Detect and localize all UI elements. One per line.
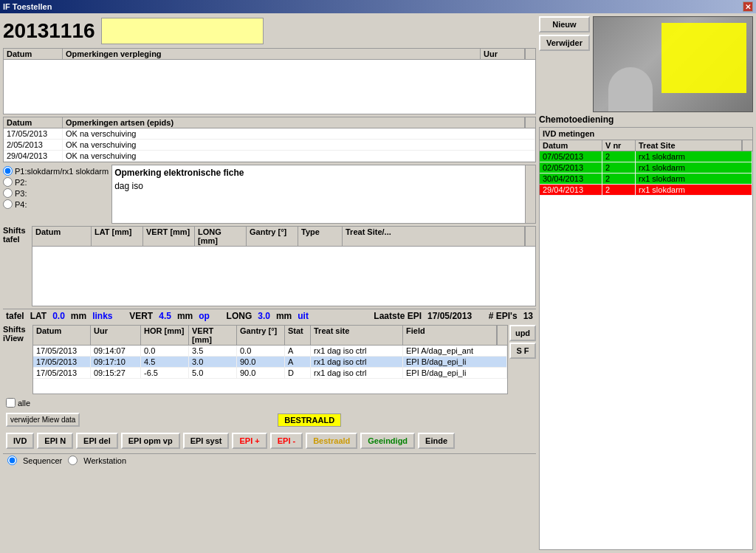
iv-r1-vert: 3.0 — [189, 357, 237, 367]
patient-id: 20131116 — [3, 19, 95, 43]
iv-r1-stat: A — [285, 357, 311, 367]
opmerking-box: Opmerking elektronische fiche dag iso — [111, 165, 536, 224]
scrollbar-vp[interactable] — [525, 49, 535, 59]
scrollbar-shifts[interactable] — [525, 227, 535, 246]
vert-dir: op — [199, 311, 210, 321]
iv-r2-uur: 09:15:27 — [91, 368, 141, 378]
ivd-r2-vnr: 2 — [602, 174, 636, 184]
epi-syst-button[interactable]: EPI syst — [183, 433, 230, 449]
chemo-label: Chemotoediening — [539, 114, 753, 125]
sequencer-radio[interactable] — [7, 456, 17, 465]
iv-r2-gantry: 90.0 — [237, 368, 285, 378]
scrollbar-iview[interactable] — [497, 326, 507, 345]
iv-r0-vert: 3.5 — [189, 346, 237, 356]
long-label: LONG — [227, 311, 252, 321]
photo-overlay — [662, 23, 746, 93]
radio-p4[interactable]: P4: — [3, 199, 109, 209]
sh-lat: LAT [mm] — [92, 227, 143, 246]
ivd-header: Datum V nr Treat Site — [540, 140, 752, 151]
art-datum-2: 29/04/2013 — [4, 151, 63, 161]
nieuw-button[interactable]: Nieuw — [539, 16, 590, 32]
sequencer-bar: Sequencer Werkstation — [3, 453, 536, 467]
ivd-row-2: 30/04/2013 2 rx1 slokdarm — [540, 174, 752, 185]
scrollbar-art[interactable] — [525, 117, 535, 128]
ivd-r0-datum: 07/05/2013 — [540, 151, 602, 162]
ivd-r2-treatsite: rx1 slokdarm — [636, 174, 752, 184]
artsen-header: Datum Opmerkingen artsen (epids) — [4, 117, 535, 128]
epi-del-button[interactable]: EPI del — [76, 433, 118, 449]
epi-opm-vp-button[interactable]: EPI opm vp — [121, 433, 180, 449]
right-buttons: Nieuw Verwijder — [539, 16, 590, 51]
shifts-rows — [32, 247, 535, 306]
iview-empty-rows — [33, 379, 507, 394]
radio-p3[interactable]: P3: — [3, 188, 109, 198]
ivd-title: IVD metingen — [540, 128, 752, 140]
bestraald-button[interactable]: Bestraald — [306, 433, 357, 449]
alle-checkbox-row: alle — [3, 396, 536, 409]
iview-row-2: 17/05/2013 09:15:27 -6.5 5.0 90.0 D rx1 … — [33, 368, 507, 379]
bottom-stats: tafel LAT 0.0 mm links VERT 4.5 mm op LO… — [3, 309, 536, 323]
ivd-r0-treatsite: rx1 slokdarm — [636, 151, 752, 162]
iv-r2-hor: -6.5 — [141, 368, 189, 378]
last-epi-date: 17/05/2013 — [427, 311, 472, 321]
art-opmerking-2: OK na verschuiving — [63, 151, 535, 161]
iv-r2-vert: 5.0 — [189, 368, 237, 378]
iview-table: Datum Uur HOR [mm] VERT [mm] Gantry [°] … — [32, 325, 508, 394]
einde-button[interactable]: Einde — [418, 433, 455, 449]
ivd-r0-vnr: 2 — [602, 151, 636, 162]
iv-r1-hor: 4.5 — [141, 357, 189, 367]
alle-checkbox[interactable] — [6, 398, 16, 408]
lat-dir: links — [92, 311, 112, 321]
artsen-table: Datum Opmerkingen artsen (epids) 17/05/2… — [3, 117, 536, 162]
iv-r2-field: EPI B/dag_epi_li — [403, 368, 507, 378]
iv-field: Field — [403, 326, 497, 345]
scrollbar-opmerking[interactable] — [525, 165, 535, 223]
epi-plus-button[interactable]: EPI + — [232, 433, 267, 449]
ivd-metingen: IVD metingen Datum V nr Treat Site 07/05… — [539, 127, 753, 550]
shifts-header: Datum LAT [mm] VERT [mm] LONG [mm] Gantr… — [32, 227, 535, 247]
epi-n-button[interactable]: EPI N — [37, 433, 73, 449]
sh-datum: Datum — [32, 227, 92, 246]
ivd-r1-treatsite: rx1 slokdarm — [636, 162, 752, 173]
verwijder-mew-button[interactable]: verwijder Miew data — [6, 413, 80, 427]
title-bar-text: IF Toestellen — [3, 2, 52, 11]
iview-row-0: 17/05/2013 09:14:07 0.0 3.5 0.0 A rx1 da… — [33, 346, 507, 357]
col-datum-art: Datum — [4, 117, 63, 128]
col-opmerk-art: Opmerkingen artsen (epids) — [63, 117, 525, 128]
radio-p1-label: P1:slokdarm/rx1 slokdarm — [15, 167, 109, 176]
lat-unit: mm — [71, 311, 86, 321]
upd-button[interactable]: upd — [509, 325, 536, 341]
vert-unit: mm — [177, 311, 193, 321]
werkstation-radio[interactable] — [68, 456, 78, 465]
iv-r1-uur: 09:17:10 — [91, 357, 141, 367]
geeindigd-button[interactable]: Geeindigd — [360, 433, 415, 449]
sh-treatsite: Treat Site/... — [343, 227, 525, 246]
scrollbar-ivd[interactable] — [742, 140, 752, 151]
shifts-tafel-label: Shifts tafel — [3, 226, 29, 244]
iview-row-1: 17/05/2013 09:17:10 4.5 3.0 90.0 A rx1 d… — [33, 357, 507, 368]
iv-r0-treatsite: rx1 dag iso ctrl — [311, 346, 403, 356]
ivd-r1-vnr: 2 — [602, 162, 636, 173]
sh-long: LONG [mm] — [195, 227, 247, 246]
iview-header: Datum Uur HOR [mm] VERT [mm] Gantry [°] … — [33, 326, 507, 346]
iv-r2-stat: D — [285, 368, 311, 378]
ivd-r2-datum: 30/04/2013 — [540, 174, 602, 184]
radio-p2[interactable]: P2: — [3, 177, 109, 187]
close-button[interactable]: ✕ — [743, 1, 753, 12]
artsen-row-1: 2/05/2013 OK na verschuiving — [4, 140, 535, 151]
bestraald-badge: BESTRAALD — [278, 413, 341, 427]
right-top-row: Nieuw Verwijder — [539, 16, 753, 112]
radio-p1[interactable]: P1:slokdarm/rx1 slokdarm — [3, 166, 109, 176]
radio-p4-label: P4: — [15, 200, 27, 209]
sh-vert: VERT [mm] — [143, 227, 195, 246]
iv-r2-treatsite: rx1 dag iso ctrl — [311, 368, 403, 378]
epi-minus-button[interactable]: EPI - — [270, 433, 303, 449]
sf-button[interactable]: S F — [509, 343, 536, 359]
iv-hor: HOR [mm] — [141, 326, 189, 345]
verwijder-button[interactable]: Verwijder — [539, 35, 590, 51]
iv-r0-gantry: 0.0 — [237, 346, 285, 356]
iv-vert: VERT [mm] — [189, 326, 237, 345]
ivd-button[interactable]: IVD — [6, 433, 34, 449]
art-opmerking-0: OK na verschuiving — [63, 128, 535, 139]
patient-id-input[interactable] — [101, 18, 264, 44]
